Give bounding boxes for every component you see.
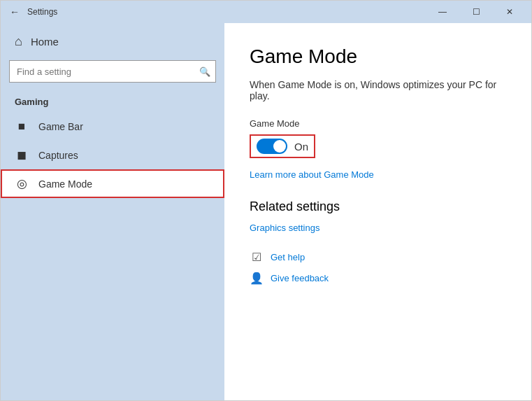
related-settings-title: Related settings xyxy=(250,199,506,214)
sidebar-item-captures[interactable]: ◼ Captures xyxy=(1,141,224,169)
page-description: When Game Mode is on, Windows optimizes … xyxy=(250,79,506,101)
give-feedback-icon: 👤 xyxy=(250,271,264,285)
sidebar-search-container: 🔍 xyxy=(9,60,216,83)
game-mode-toggle-row: On xyxy=(250,134,315,158)
main-layout: ⌂ Home 🔍 Gaming ■ Game Bar ◼ Captures ◎ xyxy=(1,23,531,400)
back-button[interactable]: ← xyxy=(6,3,23,20)
sidebar-item-game-bar-label: Game Bar xyxy=(38,121,83,132)
give-feedback-label[interactable]: Give feedback xyxy=(271,273,329,283)
page-title: Game Mode xyxy=(250,45,506,68)
learn-more-link[interactable]: Learn more about Game Mode xyxy=(250,169,506,180)
sidebar-item-captures-label: Captures xyxy=(38,150,78,161)
captures-icon: ◼ xyxy=(15,148,29,162)
game-mode-icon: ◎ xyxy=(15,176,29,191)
minimize-button[interactable]: — xyxy=(426,1,459,23)
maximize-button[interactable]: ☐ xyxy=(460,1,492,23)
sidebar-section-label: Gaming xyxy=(1,91,224,113)
sidebar-item-game-mode[interactable]: ◎ Game Mode xyxy=(1,169,224,198)
toggle-state-label: On xyxy=(294,141,308,153)
window-controls: — ☐ ✕ xyxy=(426,1,526,23)
sidebar-home-label: Home xyxy=(31,36,59,48)
give-feedback-item[interactable]: 👤 Give feedback xyxy=(250,271,506,285)
content-area: Game Mode When Game Mode is on, Windows … xyxy=(224,23,531,400)
titlebar: ← Settings — ☐ ✕ xyxy=(1,1,531,23)
help-items: ☑ Get help 👤 Give feedback xyxy=(250,250,506,285)
sidebar-item-game-mode-label: Game Mode xyxy=(38,178,92,190)
get-help-item[interactable]: ☑ Get help xyxy=(250,250,506,264)
get-help-icon: ☑ xyxy=(250,250,264,264)
window-title: Settings xyxy=(27,7,426,17)
graphics-settings-link[interactable]: Graphics settings xyxy=(250,223,506,233)
sidebar-item-game-bar[interactable]: ■ Game Bar xyxy=(1,113,224,141)
game-mode-toggle[interactable] xyxy=(257,139,287,154)
search-icon: 🔍 xyxy=(199,66,210,77)
settings-window: ← Settings — ☐ ✕ ⌂ Home 🔍 Gaming xyxy=(0,0,532,401)
sidebar-item-home[interactable]: ⌂ Home xyxy=(1,23,224,60)
search-input[interactable] xyxy=(9,60,216,83)
game-bar-icon: ■ xyxy=(15,120,29,134)
sidebar: ⌂ Home 🔍 Gaming ■ Game Bar ◼ Captures ◎ xyxy=(1,23,224,400)
get-help-label[interactable]: Get help xyxy=(271,252,305,262)
home-icon: ⌂ xyxy=(15,34,22,49)
toggle-section-label: Game Mode xyxy=(250,118,506,129)
close-button[interactable]: ✕ xyxy=(494,1,526,23)
